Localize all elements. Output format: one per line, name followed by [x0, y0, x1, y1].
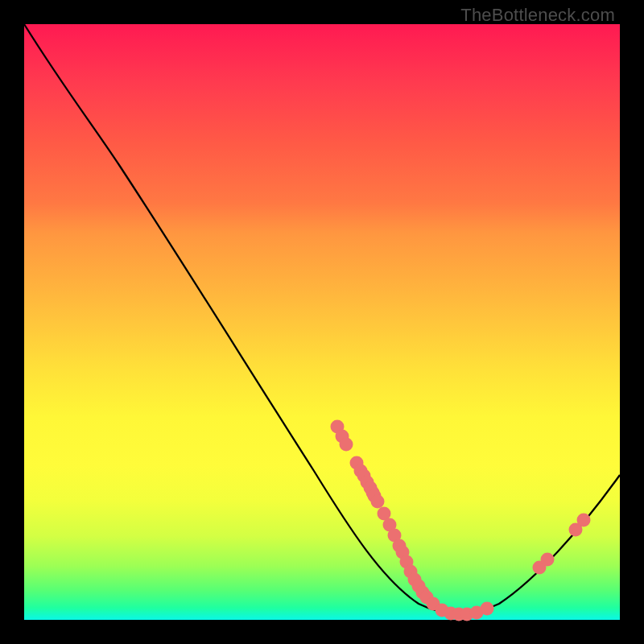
watermark-text: TheBottleneck.com	[460, 5, 615, 26]
chart-svg	[24, 24, 620, 620]
scatter-point	[577, 514, 591, 527]
scatter-point	[371, 495, 385, 509]
bottleneck-curve	[24, 24, 620, 613]
scatter-point	[481, 602, 494, 616]
scatter-point	[340, 438, 353, 452]
chart-area	[24, 24, 620, 620]
scatter-point	[541, 553, 555, 567]
scatter-points-group	[331, 420, 591, 621]
